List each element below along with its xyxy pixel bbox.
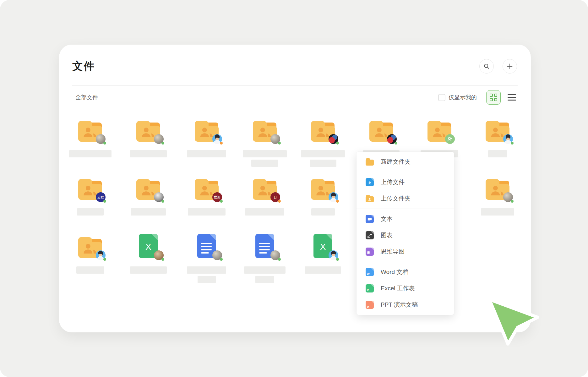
placeholder-bar [188, 208, 226, 216]
folder-item[interactable] [236, 116, 294, 167]
file-icon-box [197, 232, 216, 258]
avatar [387, 134, 397, 144]
folder-item[interactable] [294, 174, 352, 216]
menu-item-label: 新建文件夹 [381, 158, 411, 166]
file-item[interactable]: X [119, 232, 177, 274]
filename-placeholder [76, 266, 104, 274]
avatar [329, 250, 338, 260]
avatar [154, 134, 164, 144]
file-icon-box: LI [253, 174, 277, 200]
excel-doc-icon: x [366, 284, 374, 292]
status-dot-green [511, 200, 514, 203]
letter-x: x [367, 288, 369, 292]
filename-placeholder [488, 150, 507, 157]
mindmap-doc-icon [366, 248, 374, 256]
text-doc-icon [366, 215, 374, 223]
file-icon-box [78, 232, 102, 258]
file-icon-box: 世旭 [195, 174, 219, 200]
folder-item[interactable] [119, 116, 177, 157]
doc-lines [201, 243, 212, 254]
avatar: 世旭 [212, 192, 222, 202]
placeholder-bar [130, 150, 167, 157]
avatar [212, 250, 222, 260]
placeholder-bar [245, 208, 284, 216]
menu-item-label: 文本 [381, 215, 393, 223]
avatar-initials-text: 志程 [97, 195, 104, 199]
new-item-context-menu: 新建文件夹上传文件上传文件夹文本图表思维导图wWord 文档xExcel 工作表… [357, 152, 454, 315]
placeholder-bar [77, 208, 104, 216]
filename-placeholder [245, 208, 284, 216]
placeholder-bar [243, 150, 287, 157]
upload-file-icon [366, 178, 374, 186]
folder-item[interactable]: LI [236, 174, 294, 216]
file-item[interactable]: X [294, 232, 352, 274]
menu-group: 上传文件上传文件夹 [357, 172, 454, 209]
filename-placeholder [187, 150, 226, 157]
filename-placeholder [69, 150, 112, 157]
menu-item-label: 思维导图 [381, 248, 405, 256]
avatar-initials-text: 世旭 [214, 195, 220, 199]
mini-folder-body [366, 160, 374, 166]
avatar: 志程 [96, 192, 106, 202]
avatar-initials-text: LI [274, 195, 277, 199]
folded-corner [210, 234, 216, 240]
menu-item-doc-mindmap[interactable]: 思维导图 [357, 243, 454, 260]
menu-item-doc-ppt[interactable]: pPPT 演示文稿 [357, 297, 454, 313]
folder-item[interactable] [352, 116, 410, 157]
file-item[interactable] [177, 232, 236, 283]
page-fold [371, 301, 374, 303]
letter-w: w [367, 272, 370, 276]
filename-placeholder [243, 150, 287, 167]
placeholder-bar [310, 160, 336, 167]
folder-item[interactable] [410, 116, 468, 157]
shared-members-badge [445, 134, 455, 144]
file-item[interactable] [236, 232, 294, 283]
folded-corner [268, 234, 274, 240]
filename-placeholder [130, 150, 167, 157]
folder-item[interactable]: 志程 [61, 174, 119, 216]
folder-item[interactable] [469, 174, 527, 216]
avatar [270, 134, 280, 144]
menu-item-folder[interactable]: 新建文件夹 [357, 154, 454, 170]
folder-item[interactable]: 世旭 [177, 174, 236, 216]
filename-placeholder [244, 266, 286, 283]
avatar [503, 134, 513, 144]
new-folder-icon [366, 158, 374, 166]
status-dot-green [395, 142, 397, 145]
folder-item[interactable] [119, 174, 177, 216]
folder-item[interactable] [294, 116, 352, 167]
menu-item-label: PPT 演示文稿 [381, 301, 418, 309]
menu-item-label: 上传文件夹 [381, 194, 411, 203]
file-icon-box: 志程 [78, 174, 102, 200]
menu-item-doc-excel[interactable]: xExcel 工作表 [357, 280, 454, 297]
file-icon-box [311, 116, 335, 142]
menu-item-folder-upload[interactable]: 上传文件夹 [357, 190, 454, 207]
folder-item[interactable] [177, 116, 236, 157]
avatar [96, 250, 106, 260]
placeholder-bar [311, 208, 335, 216]
folder-item[interactable] [61, 116, 119, 157]
menu-item-label: Word 文档 [381, 268, 408, 276]
file-icon-box [311, 174, 335, 200]
status-dot-green [161, 200, 164, 203]
menu-item-label: 图表 [381, 231, 393, 239]
menu-item-doc-chart[interactable]: 图表 [357, 227, 454, 243]
file-icon-box [486, 116, 509, 142]
avatar [329, 134, 338, 144]
avatar [212, 134, 222, 144]
people-glyph [373, 126, 390, 139]
status-dot-green [161, 142, 164, 145]
placeholder-bar [488, 150, 507, 157]
menu-item-file-upload[interactable]: 上传文件 [357, 174, 454, 190]
menu-item-doc-word[interactable]: wWord 文档 [357, 264, 454, 280]
folder-item[interactable] [61, 232, 119, 274]
avatar [503, 192, 513, 202]
placeholder-bar [76, 266, 104, 274]
status-dot-green [103, 200, 106, 203]
avatar: LI [270, 192, 280, 202]
menu-item-doc-text[interactable]: 文本 [357, 211, 454, 227]
file-icon-box [253, 116, 277, 142]
folder-item[interactable] [469, 116, 527, 157]
placeholder-bar [244, 266, 286, 274]
file-icon-box: X [313, 232, 332, 258]
